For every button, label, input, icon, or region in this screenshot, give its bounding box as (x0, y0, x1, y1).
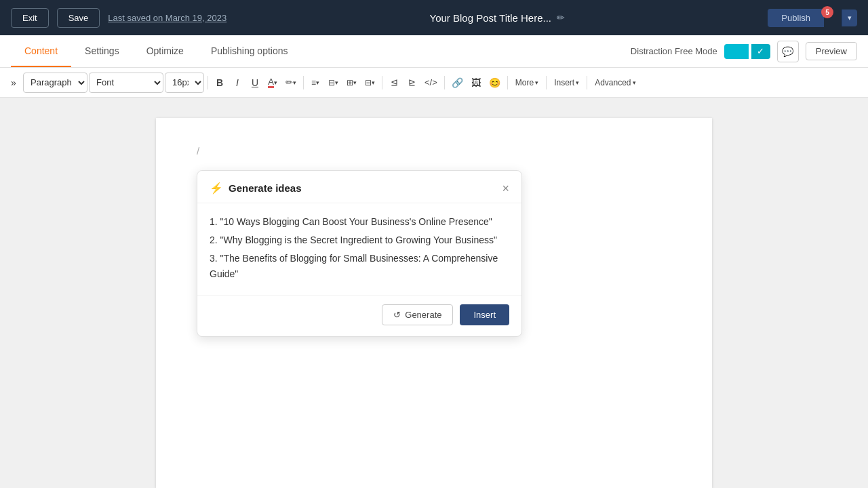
align-button[interactable]: ≡ ▾ (307, 73, 323, 92)
dialog-close-button[interactable]: × (502, 182, 509, 195)
dialog-footer: ↺ Generate Insert (197, 296, 521, 336)
generate-ideas-dialog: ⚡ Generate ideas × 1. "10 Ways Blogging … (197, 170, 522, 337)
publish-area: Publish 5 ▾ (768, 9, 857, 27)
tab-content[interactable]: Content (11, 36, 71, 67)
more-button[interactable]: More ▾ (511, 75, 542, 90)
dialog-title: ⚡ Generate ideas (210, 182, 302, 195)
tab-settings[interactable]: Settings (71, 36, 133, 67)
emoji-button[interactable]: 😊 (486, 73, 504, 92)
text-color-button[interactable]: A ▾ (264, 73, 281, 92)
idea-2: 2. "Why Blogging is the Secret Ingredien… (210, 232, 509, 248)
dialog-body: 1. "10 Ways Blogging Can Boost Your Busi… (197, 203, 521, 296)
paragraph-select[interactable]: Paragraph Heading 1 Heading 2 (23, 73, 87, 93)
tab-optimize[interactable]: Optimize (133, 36, 197, 67)
toolbar-collapse-button[interactable]: » (5, 73, 22, 92)
advanced-button[interactable]: Advanced ▾ (591, 75, 639, 90)
bold-button[interactable]: B (212, 73, 228, 92)
distraction-check-button[interactable]: ✓ (751, 44, 770, 59)
distraction-toggle-button[interactable] (724, 44, 749, 59)
last-saved-label[interactable]: Last saved on March 19, 2023 (108, 13, 226, 23)
italic-button[interactable]: I (229, 73, 245, 92)
top-bar: Exit Save Last saved on March 19, 2023 Y… (0, 0, 868, 35)
generate-label: Generate (405, 310, 441, 320)
exit-button[interactable]: Exit (11, 8, 49, 28)
distraction-free-area: Distraction Free Mode ✓ 💬 Preview (631, 41, 857, 62)
chat-icon-button[interactable]: 💬 (777, 41, 799, 62)
link-button[interactable]: 🔗 (448, 73, 467, 92)
title-area: Your Blog Post Title Here... ✏ (235, 12, 760, 24)
underline-button[interactable]: U (247, 73, 263, 92)
indent-button[interactable]: ⊟ ▾ (361, 73, 378, 92)
pencil-icon[interactable]: ✏ (557, 12, 565, 23)
slash-placeholder: / (197, 145, 671, 157)
idea-1: 1. "10 Ways Blogging Can Boost Your Busi… (210, 214, 509, 230)
idea-3: 3. "The Benefits of Blogging for Small B… (210, 251, 509, 282)
publish-dropdown-button[interactable]: ▾ (842, 9, 857, 26)
blog-title: Your Blog Post Title Here... (430, 12, 552, 24)
generate-button[interactable]: ↺ Generate (382, 304, 453, 325)
editor-page[interactable]: / ⚡ Generate ideas × 1. "10 Ways Bloggin… (156, 118, 712, 488)
list-bullet-button[interactable]: ⊟ ▾ (325, 73, 342, 92)
font-size-select[interactable]: 16px 12px 14px 18px 24px (165, 73, 204, 93)
outdent-button[interactable]: ⊴ (386, 73, 402, 92)
list-number-button[interactable]: ⊞ ▾ (343, 73, 360, 92)
insert-ideas-button[interactable]: Insert (460, 304, 509, 325)
image-button[interactable]: 🖼 (468, 73, 484, 92)
lightning-icon: ⚡ (210, 182, 223, 195)
toolbar: » Paragraph Heading 1 Heading 2 Font 16p… (0, 68, 868, 98)
content-area: / ⚡ Generate ideas × 1. "10 Ways Bloggin… (0, 98, 868, 488)
highlight-button[interactable]: ✏ ▾ (282, 73, 300, 92)
generate-icon: ↺ (393, 310, 401, 320)
nav-tabs: Content Settings Optimize Publishing opt… (0, 35, 868, 68)
code-button[interactable]: </> (421, 73, 441, 92)
tab-publishing-options[interactable]: Publishing options (197, 36, 302, 67)
distraction-free-label: Distraction Free Mode (631, 46, 717, 56)
distraction-toggle: ✓ (724, 44, 770, 59)
insert-button[interactable]: Insert ▾ (550, 75, 583, 90)
dialog-header: ⚡ Generate ideas × (197, 171, 521, 203)
preview-button[interactable]: Preview (806, 42, 857, 60)
quote-button[interactable]: ⊵ (403, 73, 420, 92)
save-button[interactable]: Save (57, 8, 100, 28)
publish-badge: 5 (821, 6, 833, 18)
font-select[interactable]: Font (89, 73, 163, 93)
publish-button[interactable]: Publish (768, 9, 824, 27)
